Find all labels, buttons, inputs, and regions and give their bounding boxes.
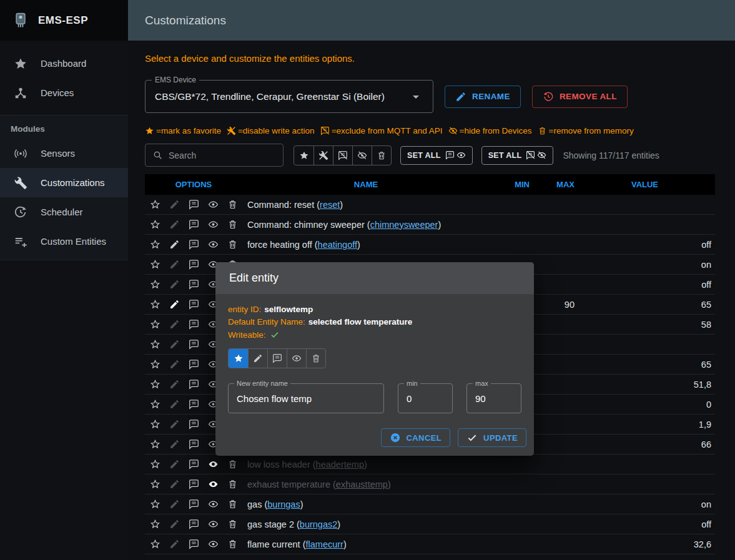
- edit-pencil-icon[interactable]: [165, 299, 184, 310]
- mqtt-exclude-icon[interactable]: [184, 339, 204, 350]
- mqtt-exclude-icon[interactable]: [184, 539, 204, 550]
- edit-pencil-icon[interactable]: [165, 219, 184, 230]
- edit-pencil-icon[interactable]: [165, 339, 184, 350]
- hide-eye-icon[interactable]: [204, 499, 223, 510]
- favorite-star-icon[interactable]: [146, 239, 165, 250]
- edit-pencil-icon[interactable]: [165, 259, 184, 270]
- hide-eye-icon[interactable]: [204, 479, 223, 490]
- dialog-hide-toggle[interactable]: [287, 349, 306, 368]
- update-button[interactable]: UPDATE: [458, 428, 526, 447]
- remove-all-button[interactable]: REMOVE ALL: [532, 86, 628, 108]
- mqtt-exclude-icon[interactable]: [184, 239, 204, 250]
- dialog-delete-toggle[interactable]: [306, 349, 325, 368]
- sidebar-item-scheduler[interactable]: Scheduler: [0, 197, 128, 227]
- mqtt-exclude-icon[interactable]: [184, 419, 204, 430]
- entity-link[interactable]: flamecurr: [305, 539, 343, 549]
- edit-pencil-icon[interactable]: [165, 479, 184, 490]
- edit-pencil-icon[interactable]: [165, 279, 184, 290]
- sidebar-item-custom-entities[interactable]: Custom Entities: [0, 227, 128, 256]
- new-entity-name-input[interactable]: [237, 393, 375, 404]
- entity-link[interactable]: burngas2: [300, 519, 337, 529]
- dialog-mqtt-exclude-toggle[interactable]: [267, 349, 287, 368]
- hide-eye-icon[interactable]: [204, 239, 223, 250]
- entity-link[interactable]: headertemp: [316, 459, 364, 469]
- min-input[interactable]: [407, 393, 444, 404]
- dialog-edit-toggle[interactable]: [248, 349, 267, 368]
- edit-pencil-icon[interactable]: [165, 419, 184, 430]
- delete-trash-icon[interactable]: [223, 459, 242, 470]
- mqtt-exclude-icon[interactable]: [184, 519, 204, 530]
- mqtt-exclude-icon[interactable]: [184, 199, 204, 210]
- edit-pencil-icon[interactable]: [165, 499, 184, 510]
- mqtt-exclude-icon[interactable]: [184, 439, 204, 450]
- mqtt-exclude-icon[interactable]: [184, 259, 204, 270]
- favorite-star-icon[interactable]: [146, 199, 165, 210]
- edit-pencil-icon[interactable]: [165, 459, 184, 470]
- mqtt-exclude-icon[interactable]: [184, 279, 204, 290]
- favorite-star-icon[interactable]: [146, 479, 165, 490]
- edit-pencil-icon[interactable]: [165, 539, 184, 550]
- edit-pencil-icon[interactable]: [165, 359, 184, 370]
- favorite-star-icon[interactable]: [146, 519, 165, 530]
- sidebar-item-dashboard[interactable]: Dashboard: [0, 49, 128, 78]
- set-all-show-button[interactable]: SET ALL: [400, 146, 473, 165]
- dialog-favorite-toggle[interactable]: [229, 349, 248, 368]
- hide-eye-icon[interactable]: [204, 219, 223, 230]
- filter-hide-toggle[interactable]: [352, 146, 372, 165]
- hide-eye-icon[interactable]: [204, 459, 223, 470]
- sidebar-item-sensors[interactable]: Sensors: [0, 139, 128, 168]
- filter-favorite-toggle[interactable]: [294, 146, 313, 165]
- favorite-star-icon[interactable]: [146, 539, 165, 550]
- max-input[interactable]: [475, 393, 513, 404]
- mqtt-exclude-icon[interactable]: [184, 479, 204, 490]
- search-input[interactable]: [169, 150, 276, 160]
- hide-eye-icon[interactable]: [204, 539, 223, 550]
- favorite-star-icon[interactable]: [146, 399, 165, 410]
- favorite-star-icon[interactable]: [146, 419, 165, 430]
- favorite-star-icon[interactable]: [146, 439, 165, 450]
- delete-trash-icon[interactable]: [223, 219, 242, 230]
- edit-pencil-icon[interactable]: [165, 399, 184, 410]
- entity-link[interactable]: chimneysweeper: [370, 220, 438, 230]
- edit-pencil-icon[interactable]: [165, 239, 184, 250]
- mqtt-exclude-icon[interactable]: [184, 299, 204, 310]
- delete-trash-icon[interactable]: [223, 499, 242, 510]
- edit-pencil-icon[interactable]: [165, 519, 184, 530]
- edit-pencil-icon[interactable]: [165, 199, 184, 210]
- mqtt-exclude-icon[interactable]: [184, 319, 204, 330]
- favorite-star-icon[interactable]: [146, 279, 165, 290]
- sidebar-item-devices[interactable]: Devices: [0, 78, 128, 107]
- sidebar-item-customizations[interactable]: Customizations: [0, 168, 128, 197]
- mqtt-exclude-icon[interactable]: [184, 379, 204, 390]
- filter-delete-toggle[interactable]: [372, 146, 391, 165]
- mqtt-exclude-icon[interactable]: [184, 219, 204, 230]
- entity-link[interactable]: exhausttemp: [336, 479, 388, 489]
- edit-pencil-icon[interactable]: [165, 319, 184, 330]
- cancel-button[interactable]: CANCEL: [381, 428, 451, 447]
- ems-device-select[interactable]: EMS Device CBS/GB*72, Trendline, Cerapur…: [145, 80, 433, 113]
- entity-link[interactable]: burngas: [267, 499, 300, 509]
- mqtt-exclude-icon[interactable]: [184, 499, 204, 510]
- favorite-star-icon[interactable]: [146, 339, 165, 350]
- delete-trash-icon[interactable]: [223, 519, 242, 530]
- mqtt-exclude-icon[interactable]: [184, 459, 204, 470]
- entity-link[interactable]: reset: [320, 200, 340, 210]
- entity-link[interactable]: heatingoff: [318, 240, 357, 250]
- filter-mqtt-exclude-toggle[interactable]: [333, 146, 352, 165]
- edit-pencil-icon[interactable]: [165, 379, 184, 390]
- mqtt-exclude-icon[interactable]: [184, 399, 204, 410]
- set-all-hide-button[interactable]: SET ALL: [481, 146, 554, 165]
- filter-disable-write-toggle[interactable]: [313, 146, 333, 165]
- edit-pencil-icon[interactable]: [165, 439, 184, 450]
- delete-trash-icon[interactable]: [223, 539, 242, 550]
- favorite-star-icon[interactable]: [146, 379, 165, 390]
- favorite-star-icon[interactable]: [146, 219, 165, 230]
- favorite-star-icon[interactable]: [146, 459, 165, 470]
- favorite-star-icon[interactable]: [146, 359, 165, 370]
- favorite-star-icon[interactable]: [146, 259, 165, 270]
- hide-eye-icon[interactable]: [204, 199, 223, 210]
- delete-trash-icon[interactable]: [223, 239, 242, 250]
- rename-button[interactable]: RENAME: [445, 86, 521, 108]
- favorite-star-icon[interactable]: [146, 299, 165, 310]
- delete-trash-icon[interactable]: [223, 479, 242, 490]
